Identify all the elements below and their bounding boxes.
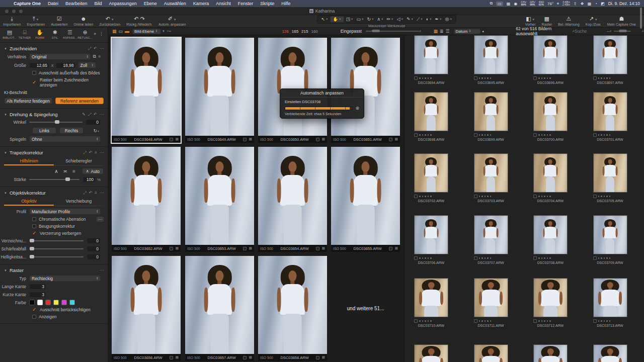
select-checkbox[interactable] bbox=[316, 247, 319, 250]
menu-clock[interactable]: Di. 9. Dez. 14:10 bbox=[608, 1, 640, 6]
grid-cell[interactable]: ISO 500DSC03648.ARW▦ bbox=[112, 38, 181, 143]
thumb-select-checkbox[interactable] bbox=[414, 76, 418, 80]
browser-thumbnail[interactable] bbox=[533, 278, 568, 317]
thumb-select-checkbox[interactable] bbox=[533, 256, 537, 260]
calendar-icon[interactable]: ▦ bbox=[588, 2, 592, 6]
browser-thumbnail-cell[interactable] bbox=[533, 344, 568, 362]
browser-thumbnail-cell[interactable]: DSC03703.ARW bbox=[474, 153, 508, 203]
rotate-left-button[interactable]: Links bbox=[32, 127, 56, 134]
cursor-tool-11[interactable]: ✒▼ bbox=[434, 17, 443, 22]
minimize-window-button[interactable] bbox=[12, 10, 16, 13]
tool-tab-anpass[interactable]: ☰ANPASS... bbox=[62, 29, 77, 39]
menu-item-datei[interactable]: Datei bbox=[44, 1, 62, 6]
select-checkbox[interactable] bbox=[389, 138, 392, 141]
browser-thumbnail[interactable] bbox=[533, 92, 568, 131]
layer-options-icon[interactable]: ⁓ bbox=[167, 29, 171, 34]
grid-cell-image[interactable] bbox=[112, 147, 181, 245]
sort-select[interactable]: Datum▲▼ bbox=[454, 29, 481, 34]
browser-thumbnail-cell[interactable]: DSC03700.ARW bbox=[533, 92, 568, 141]
keystone-both-icon[interactable]: ⌗ bbox=[70, 168, 78, 174]
slider-value[interactable]: 0 bbox=[87, 246, 101, 252]
angle-value[interactable]: 0 bbox=[86, 119, 101, 125]
menu-item-skripte[interactable]: Skripte bbox=[257, 1, 278, 6]
section-crop-title[interactable]: Zuschneiden bbox=[10, 46, 37, 51]
zoom-window-button[interactable] bbox=[19, 10, 23, 13]
grid-cell-image[interactable] bbox=[258, 256, 327, 354]
star-rating-dots[interactable] bbox=[598, 77, 611, 79]
browser-thumbnail-cell[interactable]: DSC03704.ARW bbox=[533, 153, 568, 203]
select-checkbox[interactable] bbox=[389, 247, 392, 250]
grid-cell[interactable]: ISO 500DSC03652.ARW▦ bbox=[112, 147, 181, 252]
rotation-edit-icon[interactable]: ✎ bbox=[82, 112, 86, 117]
crop-width-field[interactable]: 12,65 bbox=[29, 62, 49, 68]
browser-thumbnail[interactable] bbox=[474, 278, 508, 317]
straighten-icon[interactable]: ↻▼ bbox=[94, 128, 100, 133]
grid-cell[interactable]: ISO 500DSC03649.ARW▦ bbox=[185, 38, 254, 143]
star-rating-dots[interactable] bbox=[419, 77, 432, 79]
thumb-select-checkbox[interactable] bbox=[474, 195, 477, 198]
thumb-size-slider[interactable] bbox=[614, 31, 631, 32]
browser-thumbnail[interactable] bbox=[474, 215, 508, 254]
star-rating-dots[interactable] bbox=[538, 77, 551, 79]
grid-cell-image[interactable] bbox=[185, 147, 254, 245]
grid-color-swatch-3[interactable] bbox=[53, 300, 59, 305]
browser-thumbnail[interactable] bbox=[593, 92, 627, 131]
browser-thumbnail-cell[interactable]: DSC03698.ARW bbox=[414, 92, 448, 141]
cursor-tool-8[interactable]: ✎▼ bbox=[406, 17, 415, 22]
grid-cell-image[interactable] bbox=[258, 38, 327, 136]
grid-cell[interactable]: ISO 500DSC03654.ARW▦ bbox=[258, 147, 327, 252]
lens-slider-1[interactable] bbox=[29, 248, 84, 249]
browser-thumbnail-cell[interactable]: DSC03706.ARW bbox=[414, 215, 448, 264]
browser-thumbnail[interactable] bbox=[414, 344, 448, 362]
screen-mirroring-icon[interactable]: ⧉ bbox=[490, 1, 493, 6]
crop-height-field[interactable]: 18,98 bbox=[56, 62, 76, 68]
lens-tab-shift[interactable]: Verschiebung bbox=[54, 198, 104, 206]
crop-unit-select[interactable]: Zoll▲▼ bbox=[78, 62, 96, 68]
cursor-tool-3[interactable]: ▭▼ bbox=[356, 17, 365, 22]
select-checkbox[interactable] bbox=[170, 247, 173, 250]
compact-list-icon[interactable]: ☰ bbox=[445, 29, 449, 34]
grid-long-edge-field[interactable]: 3 bbox=[29, 284, 46, 290]
browser-thumbnail-cell[interactable]: DSC03696.ARW bbox=[533, 35, 568, 84]
menu-item-anpassungen[interactable]: Anpassungen bbox=[106, 1, 140, 6]
thumb-select-checkbox[interactable] bbox=[593, 195, 597, 198]
browser-thumbnail-cell[interactable]: DSC03707.ARW bbox=[474, 215, 508, 264]
window-controls[interactable] bbox=[5, 10, 23, 13]
crop-ratio-select[interactable]: Original▲▼ bbox=[29, 53, 91, 60]
keystone-vertical-icon[interactable]: ∧ bbox=[52, 168, 60, 174]
browser-scrollbar[interactable] bbox=[640, 8, 642, 29]
crop-more-icon[interactable]: ⋯ bbox=[100, 46, 104, 51]
crop-reset-icon[interactable]: ↶ bbox=[94, 46, 97, 51]
slider-value[interactable]: 0 bbox=[87, 238, 101, 244]
cursor-tool-4[interactable]: ↻▼ bbox=[366, 17, 375, 22]
select-checkbox[interactable] bbox=[170, 138, 173, 141]
browser-thumbnail[interactable] bbox=[474, 35, 508, 74]
lens-reset-icon[interactable]: ↶ bbox=[89, 191, 93, 196]
menu-item-ansicht[interactable]: Ansicht bbox=[212, 1, 234, 6]
crop-grid-checkbox[interactable]: ✓Raster beim Zuschneiden anzeigen bbox=[0, 76, 108, 88]
grid-cell[interactable]: ISO 500DSC03655.ARW▦ bbox=[331, 147, 400, 252]
temperature-stat[interactable]: 76° bbox=[547, 2, 553, 6]
grid-color-swatch-0[interactable] bbox=[29, 300, 35, 305]
browser-thumbnail-cell[interactable]: DSC03705.ARW bbox=[593, 153, 627, 203]
select-checkbox[interactable] bbox=[170, 356, 173, 359]
lens-checkbox-1[interactable]: Beugungskorrektur bbox=[0, 223, 108, 230]
star-rating-dots[interactable] bbox=[419, 196, 432, 197]
browser-thumbnail-cell[interactable]: DSC03710.ARW bbox=[414, 278, 448, 327]
menu-item-bild[interactable]: Bild bbox=[91, 1, 106, 6]
tool-tab-tether[interactable]: ⌻TETHER bbox=[17, 29, 32, 39]
thumb-select-checkbox[interactable] bbox=[593, 133, 597, 137]
crop-copy-icon[interactable]: ⤢ bbox=[88, 46, 91, 51]
star-rating-dots[interactable] bbox=[538, 134, 551, 136]
viewer-icon[interactable]: ▭ bbox=[119, 29, 123, 34]
browser-thumbnail[interactable] bbox=[414, 215, 448, 254]
browser-thumbnail[interactable] bbox=[533, 344, 568, 362]
thumb-select-checkbox[interactable] bbox=[533, 319, 537, 323]
search-input[interactable]: Suche bbox=[575, 29, 587, 34]
thumb-select-checkbox[interactable] bbox=[414, 195, 418, 198]
select-checkbox[interactable] bbox=[243, 138, 247, 141]
toolbar-export-button[interactable]: ⤒ ▼Exportieren bbox=[24, 15, 48, 27]
list-view-icon[interactable]: ≣ bbox=[440, 29, 444, 34]
browser-thumbnail-cell[interactable]: DSC03702.ARW bbox=[414, 153, 448, 203]
ssd-stat[interactable]: SSD91% bbox=[539, 1, 544, 6]
